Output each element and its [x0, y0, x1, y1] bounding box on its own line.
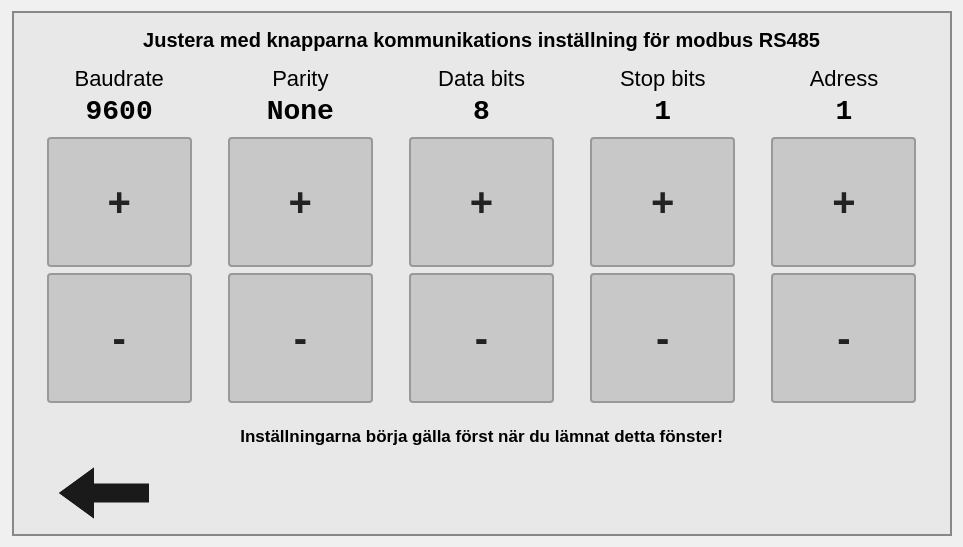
column-stopbits: Stop bits1+- [577, 66, 748, 409]
parity-plus-button[interactable]: + [228, 137, 373, 267]
adress-minus-button[interactable]: - [771, 273, 916, 403]
adress-value: 1 [836, 96, 853, 127]
stopbits-minus-button[interactable]: - [590, 273, 735, 403]
adress-label: Adress [810, 66, 878, 92]
baudrate-value: 9600 [85, 96, 152, 127]
footer-text: Inställningarna börja gälla först när du… [240, 427, 723, 447]
svg-marker-1 [59, 468, 94, 519]
parity-value: None [267, 96, 334, 127]
baudrate-label: Baudrate [74, 66, 163, 92]
column-databits: Data bits8+- [396, 66, 567, 409]
databits-minus-button[interactable]: - [409, 273, 554, 403]
stopbits-label: Stop bits [620, 66, 706, 92]
back-arrow-icon [54, 463, 154, 523]
databits-value: 8 [473, 96, 490, 127]
column-parity: ParityNone+- [215, 66, 386, 409]
baudrate-minus-button[interactable]: - [47, 273, 192, 403]
page-title: Justera med knapparna kommunikations ins… [143, 29, 820, 52]
column-baudrate: Baudrate9600+- [34, 66, 205, 409]
column-adress: Adress1+- [758, 66, 929, 409]
parity-minus-button[interactable]: - [228, 273, 373, 403]
back-button[interactable] [54, 463, 154, 527]
stopbits-plus-button[interactable]: + [590, 137, 735, 267]
stopbits-value: 1 [654, 96, 671, 127]
parity-label: Parity [272, 66, 328, 92]
adress-plus-button[interactable]: + [771, 137, 916, 267]
columns-wrapper: Baudrate9600+-ParityNone+-Data bits8+-St… [34, 66, 930, 409]
baudrate-plus-button[interactable]: + [47, 137, 192, 267]
main-panel: Justera med knapparna kommunikations ins… [12, 11, 952, 536]
databits-label: Data bits [438, 66, 525, 92]
databits-plus-button[interactable]: + [409, 137, 554, 267]
